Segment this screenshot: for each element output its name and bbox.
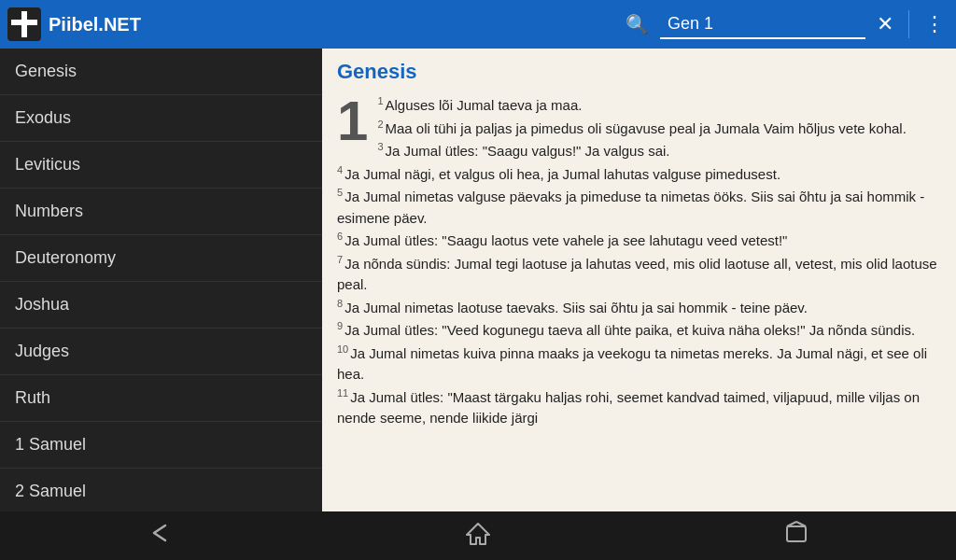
svg-rect-2 (11, 20, 37, 25)
verse-9: 9Ja Jumal ütles: "Veed kogunegu taeva al… (337, 322, 915, 338)
bible-content: Genesis 1 1Alguses lõi Jumal taeva ja ma… (322, 49, 956, 511)
app-logo (7, 7, 41, 41)
verse-5: 5Ja Jumal nimetas valguse päevaks ja pim… (337, 189, 924, 226)
search-input[interactable] (660, 10, 865, 39)
verse-11: 11Ja Jumal ütles: "Maast tärgaku haljas … (337, 389, 920, 427)
recents-button[interactable] (761, 512, 832, 559)
sidebar-item-2samuel[interactable]: 2 Samuel (0, 469, 322, 511)
divider (908, 10, 909, 38)
sidebar: Genesis Exodus Leviticus Numbers Deutero… (0, 49, 322, 511)
verse-1: 1Alguses lõi Jumal taeva ja maa. (377, 97, 582, 113)
book-title: Genesis (337, 60, 941, 84)
chapter-block: 1 1Alguses lõi Jumal taeva ja maa. 2Maa … (337, 93, 941, 429)
verse-3: 3Ja Jumal ütles: "Saagu valgus!" Ja valg… (377, 143, 669, 159)
more-options-icon[interactable]: ⋮ (921, 8, 949, 40)
chapter-number: 1 (337, 93, 368, 149)
clear-icon[interactable]: ✕ (873, 8, 897, 40)
sidebar-item-judges[interactable]: Judges (0, 329, 322, 375)
sidebar-item-1samuel[interactable]: 1 Samuel (0, 422, 322, 469)
sidebar-item-leviticus[interactable]: Leviticus (0, 142, 322, 189)
sidebar-item-numbers[interactable]: Numbers (0, 189, 322, 235)
verse-4: 4Ja Jumal nägi, et valgus oli hea, ja Ju… (337, 166, 780, 182)
search-icon[interactable]: 🔍 (622, 9, 653, 39)
verse-7: 7Ja nõnda sündis: Jumal tegi laotuse ja … (337, 256, 937, 293)
app-title: Piibel.NET (49, 14, 141, 35)
sidebar-item-genesis[interactable]: Genesis (0, 49, 322, 95)
verse-8: 8Ja Jumal nimetas laotuse taevaks. Siis … (337, 300, 808, 315)
verse-6: 6Ja Jumal ütles: "Saagu laotus vete vahe… (337, 232, 787, 248)
verse-2: 2Maa oli tühi ja paljas ja pimedus oli s… (377, 120, 907, 136)
svg-rect-4 (787, 526, 806, 541)
main-content: Genesis Exodus Leviticus Numbers Deutero… (0, 49, 956, 511)
sidebar-item-ruth[interactable]: Ruth (0, 375, 322, 422)
svg-marker-3 (467, 524, 489, 544)
back-button[interactable] (124, 512, 195, 559)
home-button[interactable] (443, 512, 513, 559)
bottom-bar (0, 511, 956, 560)
sidebar-item-exodus[interactable]: Exodus (0, 95, 322, 142)
verse-10: 10Ja Jumal nimetas kuiva pinna maaks ja … (337, 345, 927, 383)
top-bar: Piibel.NET 🔍 ✕ ⋮ (0, 0, 956, 49)
sidebar-item-joshua[interactable]: Joshua (0, 282, 322, 329)
sidebar-item-deuteronomy[interactable]: Deuteronomy (0, 235, 322, 282)
